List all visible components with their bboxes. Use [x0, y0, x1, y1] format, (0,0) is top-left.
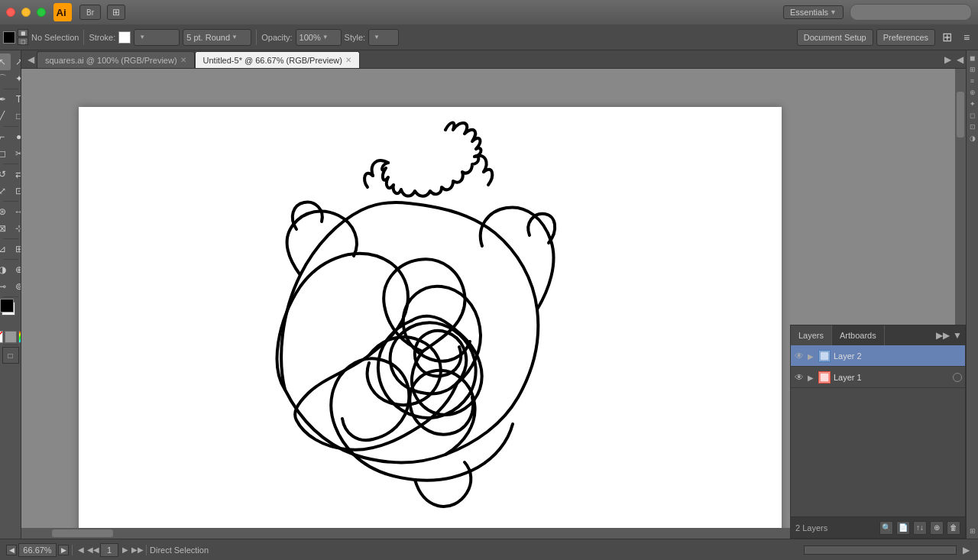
right-panel-icon-4[interactable]: ⊕ [968, 88, 977, 97]
tab-squares[interactable]: squares.ai @ 100% (RGB/Preview) ✕ [37, 51, 195, 68]
opacity-dropdown[interactable]: 100% ▼ [296, 29, 342, 46]
panel-menu-icon[interactable]: ▶▶ [936, 330, 950, 341]
shear-tool[interactable]: ⊡ [11, 183, 22, 199]
status-arrow-icon[interactable]: ▶ [960, 544, 972, 556]
panel-collapse-icon[interactable]: ▼ [953, 330, 962, 341]
mesh-tool[interactable]: ⊞ [11, 241, 22, 257]
selection-tool[interactable]: ↖ [0, 53, 11, 70]
panel-toggle-btn[interactable]: ◀ [954, 51, 966, 68]
width-tool[interactable]: ↔ [11, 203, 22, 220]
brush-size-dropdown[interactable]: 5 pt. Round ▼ [183, 29, 251, 46]
fill-swatch[interactable] [3, 31, 15, 44]
layer-visibility-eye-2[interactable]: 👁 [794, 351, 805, 361]
layers-panel-footer: 2 Layers 🔍 📄 ↑↓ ⊕ 🗑 [791, 516, 965, 538]
warp-tool[interactable]: ⊛ [0, 203, 11, 220]
layer-lock-1[interactable] [953, 373, 962, 382]
artboards-tab[interactable]: Artboards [832, 325, 885, 345]
scrollbar-thumb-h[interactable] [52, 529, 113, 537]
measure-tool[interactable]: ⊸ [0, 278, 11, 295]
maximize-button[interactable] [37, 8, 46, 17]
magic-wand-tool[interactable]: ✦ [11, 70, 22, 87]
right-panel-icon-6[interactable]: ◻ [968, 111, 977, 120]
direct-selection-tool[interactable]: ↗ [11, 53, 22, 70]
layer-row-layer1[interactable]: 👁 ▶ Layer 1 [791, 367, 965, 388]
tab-scroll-right[interactable]: ▶ [941, 51, 954, 68]
line-tool[interactable]: ╱ [0, 108, 11, 125]
layers-list: 👁 ▶ Layer 2 👁 ▶ Layer 1 [791, 345, 965, 516]
perspective-tool[interactable]: ⊿ [0, 241, 11, 257]
tool-row-brush: ⌐ ● [0, 128, 21, 145]
right-panel-icon-8[interactable]: ◑ [968, 134, 977, 143]
blob-brush-tool[interactable]: ● [11, 128, 22, 145]
move-to-icon[interactable]: ↑↓ [913, 521, 927, 535]
layer-lock-2[interactable] [953, 351, 962, 361]
artboard-first-btn[interactable]: ◀◀ [88, 545, 99, 555]
puppet-warp-tool[interactable]: ⊹ [11, 220, 22, 237]
layer-row-layer2[interactable]: 👁 ▶ Layer 2 [791, 345, 965, 367]
delete-layer-icon[interactable]: 🗑 [947, 521, 960, 535]
workspace-options-icon[interactable]: ≡ [958, 29, 975, 46]
search-layer-icon[interactable]: 🔍 [879, 521, 893, 535]
stroke-mode-btn[interactable]: ◻ [18, 37, 28, 45]
foreground-color-swatch[interactable] [0, 299, 14, 312]
artboard-next-btn[interactable]: ▶ [120, 545, 131, 555]
search-box[interactable] [850, 4, 972, 21]
zoom-prev-btn[interactable]: ◀ [6, 545, 17, 555]
scrollbar-thumb-v[interactable] [957, 92, 964, 138]
artboard-prev-btn[interactable]: ◀ [76, 545, 86, 555]
close-button[interactable] [6, 8, 15, 17]
tab-close-squares[interactable]: ✕ [180, 56, 186, 64]
right-panel-icon-bottom[interactable]: ⊞ [968, 526, 977, 536]
artboard-last-btn[interactable]: ▶▶ [132, 545, 143, 555]
right-panel-icon-3[interactable]: ≡ [968, 76, 977, 86]
gradient-tool[interactable]: ◑ [0, 261, 11, 278]
bridge-button[interactable]: Br [79, 5, 101, 20]
brush-tool[interactable]: ⌐ [0, 128, 11, 145]
pen-tool[interactable]: ✒ [0, 91, 11, 108]
style-dropdown[interactable]: ▼ [368, 29, 399, 46]
arrange-button[interactable]: ⊞ [107, 5, 125, 20]
stroke-label: Stroke: [89, 33, 115, 42]
right-panel-icon-2[interactable]: ⊞ [968, 65, 977, 74]
artboard-number[interactable]: 1 [100, 543, 118, 557]
lasso-tool[interactable]: ⌒ [0, 70, 11, 87]
zoom-next-btn[interactable]: ▶ [58, 545, 69, 555]
rotate-tool[interactable]: ↺ [0, 166, 11, 183]
color-btn[interactable] [5, 331, 17, 343]
scissors-tool[interactable]: ✂ [11, 145, 22, 162]
stroke-weight-dropdown[interactable]: ▼ [134, 29, 180, 46]
eraser-tool[interactable]: ◻ [0, 145, 11, 162]
free-transform-tool[interactable]: ⊠ [0, 220, 11, 237]
new-layer-icon[interactable]: 📄 [896, 521, 910, 535]
none-fill-btn[interactable] [0, 331, 3, 343]
right-panel-icon-1[interactable]: ◼ [968, 53, 977, 63]
eyedropper-tool[interactable]: ⊕ [11, 261, 22, 278]
copy-layer-icon[interactable]: ⊕ [930, 521, 944, 535]
layer-visibility-eye-1[interactable]: 👁 [794, 372, 805, 383]
stroke-color-swatch[interactable] [118, 31, 131, 44]
color-swatches [0, 302, 21, 329]
zoom-tool[interactable]: ⊚ [11, 278, 22, 295]
workspace-selector[interactable]: Essentials ▼ [783, 5, 844, 19]
type-tool[interactable]: T [11, 91, 22, 108]
layer-expand-arrow-2[interactable]: ▶ [808, 352, 815, 360]
layers-tab[interactable]: Layers [791, 325, 832, 345]
layer-expand-arrow-1[interactable]: ▶ [808, 374, 815, 381]
artboard-view-btn[interactable]: □ [2, 347, 19, 364]
right-panel-icon-5[interactable]: ✦ [968, 99, 977, 108]
right-panel-icon-7[interactable]: ⊡ [968, 122, 977, 131]
arrange-documents-icon[interactable]: ⊞ [938, 29, 955, 46]
tab-close-untitled5[interactable]: ✕ [345, 56, 351, 64]
tool-row-select: ↖ ↗ [0, 53, 21, 70]
document-setup-button[interactable]: Document Setup [797, 29, 873, 46]
fill-mode-btn[interactable]: ◼ [18, 29, 28, 37]
scale-tool[interactable]: ⤢ [0, 183, 11, 199]
minimize-button[interactable] [21, 8, 31, 17]
reflect-tool[interactable]: ⇄ [11, 166, 22, 183]
tab-untitled5[interactable]: Untitled-5* @ 66.67% (RGB/Preview) ✕ [195, 51, 360, 68]
rectangle-tool[interactable]: □ [11, 108, 22, 125]
zoom-value[interactable]: 66.67% [18, 543, 57, 557]
tab-scroll-left[interactable]: ◀ [24, 51, 37, 68]
preferences-button[interactable]: Preferences [876, 29, 935, 46]
tool-row-gradient: ◑ ⊕ [0, 261, 21, 278]
